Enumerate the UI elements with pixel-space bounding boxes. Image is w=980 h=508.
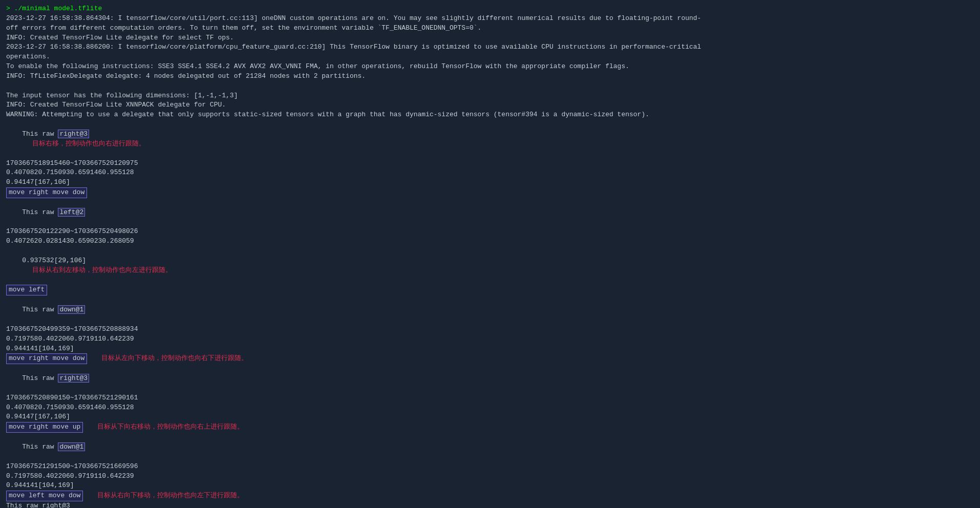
move-cmd-4-line: move right move up 目标从下向右移动，控制动作也向右上进行跟随… (6, 422, 974, 433)
last-line: This raw right@3 (6, 501, 974, 508)
block1-line2: 0.4070820.7150930.6591460.955128 (6, 168, 974, 178)
info-line-8: The input tensor has the following dimen… (6, 91, 974, 101)
block2-line3: 0.937532[29,106] 目标从右到左移动，控制动作也向左进行跟随。 (6, 246, 974, 285)
move-cmd-4-box: move right move up (6, 422, 83, 433)
block5-line3: 0.944141[104,169] (6, 481, 974, 491)
block5-this-raw: This raw down@1 (6, 433, 974, 462)
move-cmd-1-line: move right move dow (6, 187, 974, 198)
block2-this-raw: This raw left@2 (6, 198, 974, 227)
info-line-6: To enable the following instructions: SS… (6, 62, 974, 72)
block1-line1: 1703667518915460~1703667520120975 (6, 159, 974, 168)
block3-prefix: This raw (22, 306, 58, 313)
block1-this-raw: This raw right@3 目标右移，控制动作也向右进行跟随。 (6, 120, 974, 158)
terminal-window: > ./minimal model.tflite 2023-12-27 16:5… (6, 4, 974, 508)
block2-tag: left@2 (58, 208, 85, 217)
move3-annotation: 目标从左向下移动，控制动作也向右下进行跟随。 (101, 354, 248, 364)
block4-line1: 1703667520890150~1703667521290161 (6, 393, 974, 403)
block5-prefix: This raw (22, 443, 58, 451)
block3-line2: 0.7197580.4022060.9719110.642239 (6, 334, 974, 344)
info-line-3: INFO: Created TensorFlow Lite delegate f… (6, 33, 974, 43)
move-cmd-2-line: move left (6, 285, 974, 295)
block4-line2: 0.4070820.7150930.6591460.955128 (6, 403, 974, 413)
block3-line1: 1703667520499359~1703667520888934 (6, 325, 974, 334)
move-cmd-1-box: move right move dow (6, 187, 87, 198)
block4-prefix: This raw (22, 374, 58, 382)
move-cmd-2-box: move left (6, 285, 47, 295)
block4-tag: right@3 (58, 374, 89, 383)
block1-annotation: 目标右移，控制动作也向右进行跟随。 (32, 140, 145, 147)
block5-line2: 0.7197580.4022060.9719110.642239 (6, 472, 974, 481)
move-cmd-5-line: move left move dow 目标从右向下移动，控制动作也向左下进行跟随… (6, 491, 974, 501)
move4-annotation: 目标从下向右移动，控制动作也向右上进行跟随。 (97, 422, 244, 432)
move-cmd-3-line: move right move dow 目标从左向下移动，控制动作也向右下进行跟… (6, 353, 974, 364)
block2-line2: 0.4072620.0281430.6590230.268059 (6, 237, 974, 246)
block4-this-raw: This raw right@3 (6, 364, 974, 393)
block4-line3: 0.94147[167,106] (6, 412, 974, 422)
move-cmd-5-box: move left move dow (6, 491, 83, 501)
block3-this-raw: This raw down@1 (6, 295, 974, 325)
info-line-9: INFO: Created TensorFlow Lite XNNPACK de… (6, 100, 974, 110)
block2-prefix: This raw (22, 208, 58, 216)
info-line-1: 2023-12-27 16:58:38.864304: I tensorflow… (6, 14, 974, 24)
block1-tag: right@3 (58, 130, 89, 138)
prompt-line: > ./minimal model.tflite (6, 4, 974, 14)
block2-line1: 1703667520122290~1703667520498026 (6, 227, 974, 237)
move-cmd-3-box: move right move dow (6, 353, 87, 364)
info-line-5: operations. (6, 52, 974, 62)
info-line-10: WARNING: Attempting to use a delegate th… (6, 110, 974, 120)
block2-annotation: 目标从右到左移动，控制动作也向左进行跟随。 (32, 266, 172, 274)
block5-line1: 1703667521291500~1703667521669596 (6, 462, 974, 472)
block3-line3: 0.944141[104,169] (6, 344, 974, 354)
move5-annotation: 目标从右向下移动，控制动作也向左下进行跟随。 (97, 491, 244, 501)
block3-tag: down@1 (58, 305, 85, 314)
info-line-4: 2023-12-27 16:58:38.886200: I tensorflow… (6, 43, 974, 52)
block5-tag: down@1 (58, 442, 85, 451)
info-line-2: off errors from different computation or… (6, 24, 974, 33)
info-line-7: INFO: TfLiteFlexDelegate delegate: 4 nod… (6, 72, 974, 81)
block1-line3: 0.94147[167,106] (6, 178, 974, 187)
blank-line-1 (6, 81, 974, 91)
block1-prefix: This raw (22, 130, 58, 138)
